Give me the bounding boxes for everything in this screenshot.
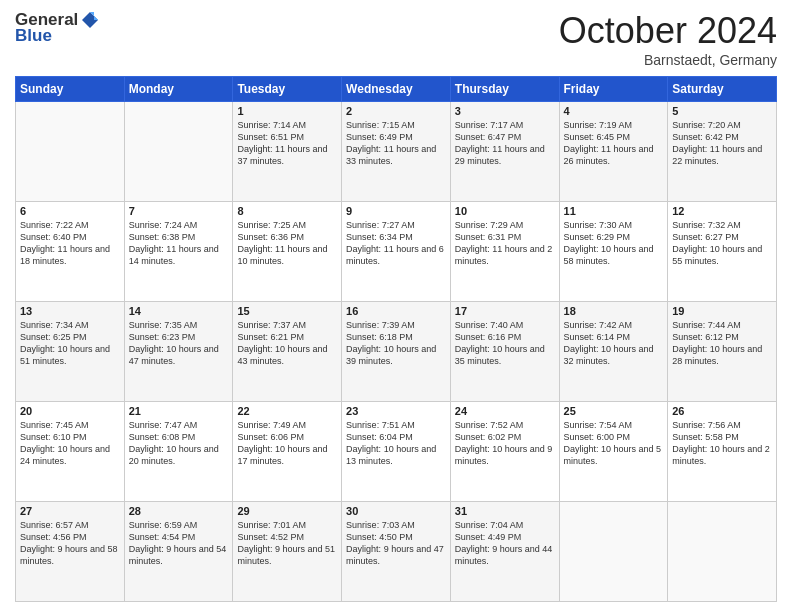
calendar-cell: 27Sunrise: 6:57 AM Sunset: 4:56 PM Dayli… xyxy=(16,502,125,602)
day-detail: Sunrise: 7:14 AM Sunset: 6:51 PM Dayligh… xyxy=(237,119,337,168)
day-number: 1 xyxy=(237,105,337,117)
day-detail: Sunrise: 7:27 AM Sunset: 6:34 PM Dayligh… xyxy=(346,219,446,268)
day-detail: Sunrise: 7:03 AM Sunset: 4:50 PM Dayligh… xyxy=(346,519,446,568)
weekday-header-saturday: Saturday xyxy=(668,77,777,102)
day-detail: Sunrise: 7:01 AM Sunset: 4:52 PM Dayligh… xyxy=(237,519,337,568)
calendar-cell xyxy=(16,102,125,202)
calendar-cell: 23Sunrise: 7:51 AM Sunset: 6:04 PM Dayli… xyxy=(342,402,451,502)
day-detail: Sunrise: 7:54 AM Sunset: 6:00 PM Dayligh… xyxy=(564,419,664,468)
weekday-header-wednesday: Wednesday xyxy=(342,77,451,102)
calendar-cell: 13Sunrise: 7:34 AM Sunset: 6:25 PM Dayli… xyxy=(16,302,125,402)
logo-icon xyxy=(80,10,100,30)
calendar-cell: 22Sunrise: 7:49 AM Sunset: 6:06 PM Dayli… xyxy=(233,402,342,502)
calendar-cell: 3Sunrise: 7:17 AM Sunset: 6:47 PM Daylig… xyxy=(450,102,559,202)
day-detail: Sunrise: 7:49 AM Sunset: 6:06 PM Dayligh… xyxy=(237,419,337,468)
day-number: 23 xyxy=(346,405,446,417)
day-detail: Sunrise: 7:24 AM Sunset: 6:38 PM Dayligh… xyxy=(129,219,229,268)
day-number: 7 xyxy=(129,205,229,217)
weekday-header-monday: Monday xyxy=(124,77,233,102)
day-detail: Sunrise: 7:40 AM Sunset: 6:16 PM Dayligh… xyxy=(455,319,555,368)
calendar-cell: 18Sunrise: 7:42 AM Sunset: 6:14 PM Dayli… xyxy=(559,302,668,402)
week-row-1: 1Sunrise: 7:14 AM Sunset: 6:51 PM Daylig… xyxy=(16,102,777,202)
calendar-cell: 10Sunrise: 7:29 AM Sunset: 6:31 PM Dayli… xyxy=(450,202,559,302)
day-number: 21 xyxy=(129,405,229,417)
day-detail: Sunrise: 7:19 AM Sunset: 6:45 PM Dayligh… xyxy=(564,119,664,168)
calendar-cell: 14Sunrise: 7:35 AM Sunset: 6:23 PM Dayli… xyxy=(124,302,233,402)
weekday-header-friday: Friday xyxy=(559,77,668,102)
calendar-cell xyxy=(668,502,777,602)
week-row-4: 20Sunrise: 7:45 AM Sunset: 6:10 PM Dayli… xyxy=(16,402,777,502)
calendar-cell: 11Sunrise: 7:30 AM Sunset: 6:29 PM Dayli… xyxy=(559,202,668,302)
calendar-cell: 2Sunrise: 7:15 AM Sunset: 6:49 PM Daylig… xyxy=(342,102,451,202)
calendar-cell: 24Sunrise: 7:52 AM Sunset: 6:02 PM Dayli… xyxy=(450,402,559,502)
calendar-cell xyxy=(124,102,233,202)
calendar-cell: 17Sunrise: 7:40 AM Sunset: 6:16 PM Dayli… xyxy=(450,302,559,402)
calendar-cell: 20Sunrise: 7:45 AM Sunset: 6:10 PM Dayli… xyxy=(16,402,125,502)
calendar-table: SundayMondayTuesdayWednesdayThursdayFrid… xyxy=(15,76,777,602)
calendar-cell: 7Sunrise: 7:24 AM Sunset: 6:38 PM Daylig… xyxy=(124,202,233,302)
day-detail: Sunrise: 7:20 AM Sunset: 6:42 PM Dayligh… xyxy=(672,119,772,168)
logo: General Blue xyxy=(15,10,100,46)
day-detail: Sunrise: 6:57 AM Sunset: 4:56 PM Dayligh… xyxy=(20,519,120,568)
calendar-cell: 30Sunrise: 7:03 AM Sunset: 4:50 PM Dayli… xyxy=(342,502,451,602)
day-detail: Sunrise: 7:34 AM Sunset: 6:25 PM Dayligh… xyxy=(20,319,120,368)
day-detail: Sunrise: 7:56 AM Sunset: 5:58 PM Dayligh… xyxy=(672,419,772,468)
calendar-cell: 9Sunrise: 7:27 AM Sunset: 6:34 PM Daylig… xyxy=(342,202,451,302)
day-number: 14 xyxy=(129,305,229,317)
calendar-cell: 16Sunrise: 7:39 AM Sunset: 6:18 PM Dayli… xyxy=(342,302,451,402)
day-detail: Sunrise: 6:59 AM Sunset: 4:54 PM Dayligh… xyxy=(129,519,229,568)
day-number: 12 xyxy=(672,205,772,217)
location: Barnstaedt, Germany xyxy=(559,52,777,68)
day-number: 25 xyxy=(564,405,664,417)
week-row-5: 27Sunrise: 6:57 AM Sunset: 4:56 PM Dayli… xyxy=(16,502,777,602)
calendar-cell xyxy=(559,502,668,602)
calendar-cell: 25Sunrise: 7:54 AM Sunset: 6:00 PM Dayli… xyxy=(559,402,668,502)
day-detail: Sunrise: 7:45 AM Sunset: 6:10 PM Dayligh… xyxy=(20,419,120,468)
day-number: 22 xyxy=(237,405,337,417)
day-number: 13 xyxy=(20,305,120,317)
day-detail: Sunrise: 7:47 AM Sunset: 6:08 PM Dayligh… xyxy=(129,419,229,468)
day-detail: Sunrise: 7:51 AM Sunset: 6:04 PM Dayligh… xyxy=(346,419,446,468)
calendar-cell: 19Sunrise: 7:44 AM Sunset: 6:12 PM Dayli… xyxy=(668,302,777,402)
calendar-cell: 1Sunrise: 7:14 AM Sunset: 6:51 PM Daylig… xyxy=(233,102,342,202)
day-number: 15 xyxy=(237,305,337,317)
header: General Blue October 2024 Barnstaedt, Ge… xyxy=(15,10,777,68)
weekday-header-tuesday: Tuesday xyxy=(233,77,342,102)
day-number: 30 xyxy=(346,505,446,517)
calendar-cell: 31Sunrise: 7:04 AM Sunset: 4:49 PM Dayli… xyxy=(450,502,559,602)
day-detail: Sunrise: 7:22 AM Sunset: 6:40 PM Dayligh… xyxy=(20,219,120,268)
calendar-cell: 4Sunrise: 7:19 AM Sunset: 6:45 PM Daylig… xyxy=(559,102,668,202)
weekday-header-row: SundayMondayTuesdayWednesdayThursdayFrid… xyxy=(16,77,777,102)
day-detail: Sunrise: 7:29 AM Sunset: 6:31 PM Dayligh… xyxy=(455,219,555,268)
day-number: 10 xyxy=(455,205,555,217)
day-number: 17 xyxy=(455,305,555,317)
day-number: 16 xyxy=(346,305,446,317)
calendar-cell: 21Sunrise: 7:47 AM Sunset: 6:08 PM Dayli… xyxy=(124,402,233,502)
day-detail: Sunrise: 7:30 AM Sunset: 6:29 PM Dayligh… xyxy=(564,219,664,268)
day-detail: Sunrise: 7:17 AM Sunset: 6:47 PM Dayligh… xyxy=(455,119,555,168)
calendar-cell: 8Sunrise: 7:25 AM Sunset: 6:36 PM Daylig… xyxy=(233,202,342,302)
day-detail: Sunrise: 7:39 AM Sunset: 6:18 PM Dayligh… xyxy=(346,319,446,368)
week-row-2: 6Sunrise: 7:22 AM Sunset: 6:40 PM Daylig… xyxy=(16,202,777,302)
day-detail: Sunrise: 7:37 AM Sunset: 6:21 PM Dayligh… xyxy=(237,319,337,368)
day-number: 24 xyxy=(455,405,555,417)
calendar-cell: 29Sunrise: 7:01 AM Sunset: 4:52 PM Dayli… xyxy=(233,502,342,602)
day-number: 5 xyxy=(672,105,772,117)
day-number: 31 xyxy=(455,505,555,517)
calendar-cell: 12Sunrise: 7:32 AM Sunset: 6:27 PM Dayli… xyxy=(668,202,777,302)
day-number: 28 xyxy=(129,505,229,517)
day-detail: Sunrise: 7:04 AM Sunset: 4:49 PM Dayligh… xyxy=(455,519,555,568)
day-detail: Sunrise: 7:44 AM Sunset: 6:12 PM Dayligh… xyxy=(672,319,772,368)
day-detail: Sunrise: 7:52 AM Sunset: 6:02 PM Dayligh… xyxy=(455,419,555,468)
day-number: 3 xyxy=(455,105,555,117)
day-number: 11 xyxy=(564,205,664,217)
week-row-3: 13Sunrise: 7:34 AM Sunset: 6:25 PM Dayli… xyxy=(16,302,777,402)
calendar-cell: 6Sunrise: 7:22 AM Sunset: 6:40 PM Daylig… xyxy=(16,202,125,302)
day-detail: Sunrise: 7:35 AM Sunset: 6:23 PM Dayligh… xyxy=(129,319,229,368)
day-number: 18 xyxy=(564,305,664,317)
day-number: 4 xyxy=(564,105,664,117)
calendar-cell: 26Sunrise: 7:56 AM Sunset: 5:58 PM Dayli… xyxy=(668,402,777,502)
calendar-cell: 28Sunrise: 6:59 AM Sunset: 4:54 PM Dayli… xyxy=(124,502,233,602)
day-detail: Sunrise: 7:32 AM Sunset: 6:27 PM Dayligh… xyxy=(672,219,772,268)
title-block: October 2024 Barnstaedt, Germany xyxy=(559,10,777,68)
